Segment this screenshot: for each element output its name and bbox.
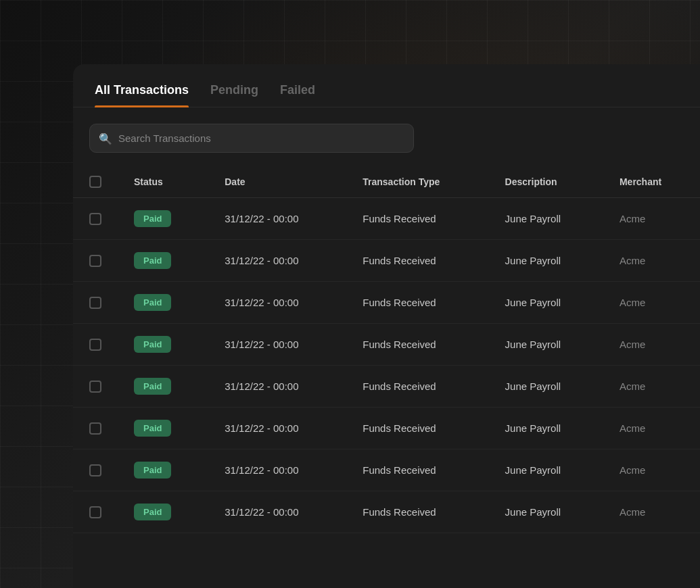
row-status: Paid (118, 198, 208, 240)
row-status: Paid (118, 491, 208, 533)
row-date: 31/12/22 - 00:00 (208, 449, 346, 491)
table-row: Paid 31/12/22 - 00:00 Funds Received Jun… (73, 491, 700, 533)
row-checkbox-cell (73, 449, 118, 491)
col-date: Date (208, 166, 346, 198)
table-row: Paid 31/12/22 - 00:00 Funds Received Jun… (73, 282, 700, 324)
row-description: June Payroll (489, 324, 603, 366)
row-date: 31/12/22 - 00:00 (208, 491, 346, 533)
transactions-table-wrapper: Status Date Transaction Type Description (73, 166, 700, 533)
status-badge: Paid (134, 504, 171, 520)
table-row: Paid 31/12/22 - 00:00 Funds Received Jun… (73, 240, 700, 282)
row-status: Paid (118, 324, 208, 366)
col-checkbox (73, 166, 118, 198)
row-checkbox[interactable] (89, 213, 101, 225)
status-badge: Paid (134, 336, 171, 353)
row-merchant: Acme (603, 240, 700, 282)
row-checkbox[interactable] (89, 422, 101, 435)
row-type: Funds Received (346, 324, 488, 366)
row-merchant: Acme (603, 366, 700, 408)
row-checkbox-cell (73, 198, 118, 240)
col-merchant: Merchant (603, 166, 700, 198)
search-input[interactable] (89, 124, 414, 153)
search-container: 🔍 (89, 124, 414, 153)
transactions-table: Status Date Transaction Type Description (73, 166, 700, 533)
tab-all-transactions[interactable]: All Transactions (95, 83, 189, 107)
row-description: June Payroll (489, 408, 603, 449)
main-card: All Transactions Pending Failed 🔍 (73, 64, 700, 588)
status-badge: Paid (134, 294, 171, 311)
row-type: Funds Received (346, 449, 488, 491)
status-badge: Paid (134, 378, 171, 395)
row-checkbox-cell (73, 282, 118, 324)
row-date: 31/12/22 - 00:00 (208, 408, 346, 449)
col-description: Description (489, 166, 603, 198)
tabs-bar: All Transactions Pending Failed (73, 64, 700, 107)
row-status: Paid (118, 366, 208, 408)
row-checkbox[interactable] (89, 464, 101, 476)
row-type: Funds Received (346, 491, 488, 533)
row-merchant: Acme (603, 324, 700, 366)
row-description: June Payroll (489, 491, 603, 533)
row-merchant: Acme (603, 449, 700, 491)
row-date: 31/12/22 - 00:00 (208, 366, 346, 408)
col-transaction-type: Transaction Type (346, 166, 488, 198)
row-checkbox[interactable] (89, 297, 101, 309)
row-date: 31/12/22 - 00:00 (208, 240, 346, 282)
tab-failed[interactable]: Failed (280, 83, 315, 107)
status-badge: Paid (134, 210, 171, 227)
row-description: June Payroll (489, 366, 603, 408)
table-body: Paid 31/12/22 - 00:00 Funds Received Jun… (73, 198, 700, 533)
status-badge: Paid (134, 252, 171, 269)
row-description: June Payroll (489, 449, 603, 491)
row-description: June Payroll (489, 282, 603, 324)
table-row: Paid 31/12/22 - 00:00 Funds Received Jun… (73, 198, 700, 240)
row-checkbox-cell (73, 324, 118, 366)
row-checkbox-cell (73, 240, 118, 282)
status-badge: Paid (134, 462, 171, 479)
row-merchant: Acme (603, 198, 700, 240)
status-badge: Paid (134, 420, 171, 437)
tab-pending[interactable]: Pending (210, 83, 258, 107)
search-icon: 🔍 (99, 132, 112, 145)
row-checkbox-cell (73, 366, 118, 408)
row-checkbox[interactable] (89, 381, 101, 393)
row-type: Funds Received (346, 198, 488, 240)
row-status: Paid (118, 408, 208, 449)
row-type: Funds Received (346, 408, 488, 449)
row-status: Paid (118, 449, 208, 491)
row-description: June Payroll (489, 198, 603, 240)
row-checkbox[interactable] (89, 339, 101, 351)
content-area: 🔍 Status (73, 107, 700, 533)
table-header-row: Status Date Transaction Type Description (73, 166, 700, 198)
row-type: Funds Received (346, 282, 488, 324)
row-description: June Payroll (489, 240, 603, 282)
col-status: Status (118, 166, 208, 198)
row-type: Funds Received (346, 366, 488, 408)
row-checkbox-cell (73, 408, 118, 449)
row-checkbox-cell (73, 491, 118, 533)
table-row: Paid 31/12/22 - 00:00 Funds Received Jun… (73, 324, 700, 366)
row-checkbox[interactable] (89, 506, 101, 518)
row-merchant: Acme (603, 408, 700, 449)
table-row: Paid 31/12/22 - 00:00 Funds Received Jun… (73, 366, 700, 408)
row-merchant: Acme (603, 491, 700, 533)
row-merchant: Acme (603, 282, 700, 324)
row-type: Funds Received (346, 240, 488, 282)
row-checkbox[interactable] (89, 255, 101, 267)
table-row: Paid 31/12/22 - 00:00 Funds Received Jun… (73, 449, 700, 491)
row-status: Paid (118, 282, 208, 324)
row-date: 31/12/22 - 00:00 (208, 198, 346, 240)
select-all-checkbox[interactable] (89, 176, 101, 188)
row-date: 31/12/22 - 00:00 (208, 282, 346, 324)
table-row: Paid 31/12/22 - 00:00 Funds Received Jun… (73, 408, 700, 449)
row-date: 31/12/22 - 00:00 (208, 324, 346, 366)
row-status: Paid (118, 240, 208, 282)
